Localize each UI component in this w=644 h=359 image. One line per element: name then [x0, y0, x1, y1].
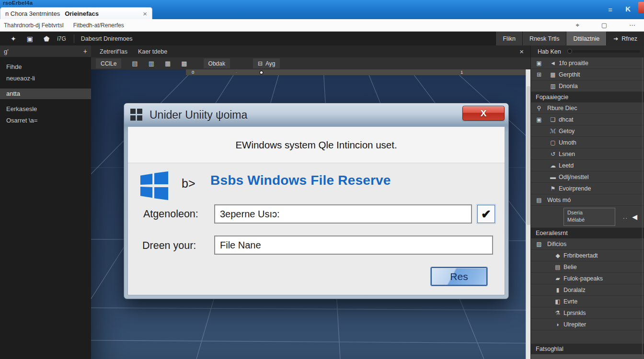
dialog-content: EWindows system Qle Intincion uset. b> B… [127, 126, 505, 295]
slider-knob[interactable] [567, 49, 572, 54]
scene-tab-2[interactable]: Kaer tdebe [136, 47, 169, 56]
half-circle-icon: ◗ [552, 321, 564, 328]
inspector-subrow[interactable]: ▤ Belie [531, 261, 644, 273]
bird-icon[interactable]: ✦ [11, 35, 16, 43]
inspector-subrow[interactable]: ▮ Doralalz [531, 284, 644, 296]
inspector-row[interactable]: ⚲ Rbure Diec [531, 102, 644, 114]
scene-button-ayg[interactable]: ⊟ Ayg [253, 58, 280, 68]
close-x-icon: X [481, 108, 487, 119]
ruler-one-label: 1 [460, 69, 463, 75]
arrow-right-icon: ➔ [613, 35, 618, 42]
check-icon: ✔ [481, 207, 491, 221]
pentagon-icon[interactable]: ⬟ [44, 35, 49, 43]
app-window: rsoErbel4a = K n Chora 3entrnintes Oriei… [0, 0, 644, 359]
inspector-subrow[interactable]: ◧ Evrte [531, 296, 644, 307]
vertical-scrollbar[interactable] [526, 69, 530, 359]
more-icon[interactable]: ⋯ [629, 22, 635, 29]
inspector-subrow[interactable]: ◗ Ulrepiter [531, 319, 644, 330]
arrow-left-icon[interactable]: ◀ [632, 213, 637, 221]
row-label: Evoirprende [559, 185, 591, 192]
document-icon: ❏ [547, 116, 559, 123]
data-box[interactable]: Dseria Mélabé [564, 208, 615, 226]
toolbar-menu-text[interactable]: Dabesrt Dniremoes [81, 35, 133, 42]
toolbar-button-dttilaztnie[interactable]: Dttilaztnie [566, 32, 606, 45]
inspector-slider[interactable] [567, 50, 640, 53]
dialog-heading: Bsbs Windows File Reserve [210, 173, 391, 188]
field1-input[interactable] [214, 204, 472, 224]
checkbox-icon[interactable]: ▣ [531, 116, 547, 123]
ruler-knob[interactable] [259, 70, 264, 75]
scene-tab-1[interactable]: Zetrerif'las [98, 47, 129, 56]
close-window-button[interactable] [638, 2, 644, 13]
table-icon[interactable]: ▩ [181, 60, 187, 67]
address-bar[interactable]: Thahrdnorb-dj Febtvrtsl Fitbedh-at/Rener… [0, 19, 644, 32]
inspector-row[interactable]: ⚑ Evoirprende [531, 183, 644, 194]
inspector-row-dificios[interactable]: ▨ Dificios [531, 238, 644, 250]
sidebar-item-eerkasesle[interactable]: Eerkasesle [0, 104, 91, 114]
inspector-row[interactable]: ▬ Odlj/nesttel [531, 171, 644, 183]
inspector-subrow[interactable]: ⚗ Lprsnkls [531, 307, 644, 319]
frame-tool-icon[interactable]: ▣ [27, 35, 33, 43]
window-title: rsoErbel4a [3, 0, 33, 6]
inspector-row[interactable]: ▣ ◄ 1fo proaitle [531, 57, 644, 69]
windows-logo-blue-icon [139, 171, 169, 201]
half-box-icon: ◧ [552, 298, 564, 305]
minimize-icon[interactable]: = [608, 6, 612, 14]
dialog-checkbox[interactable]: ✔ [477, 205, 495, 223]
inspector-row[interactable]: ▣ ❏ dhcat [531, 114, 644, 125]
inspector-subrow[interactable]: ▰ Fulok-papeaks [531, 273, 644, 284]
inspector-row[interactable]: ↺ Lsnen [531, 148, 644, 160]
dialog-close-button[interactable]: X [462, 106, 505, 121]
browser-tab[interactable]: n Chora 3entrnintes Orieinefacs × [0, 7, 152, 19]
dialog-mark: b> [182, 177, 196, 191]
inspector-row[interactable]: ℳ Getoy [531, 125, 644, 137]
toolbar-button-rnesk[interactable]: Rnesk Trtls [522, 32, 566, 45]
field2-input[interactable] [214, 236, 493, 255]
row-label: Wots mó [547, 197, 571, 203]
dialog-titlebar[interactable]: Unider Uniity ψoima [124, 103, 508, 126]
pin-icon[interactable]: ⌖ [575, 22, 579, 29]
page-icon[interactable]: ▤ [132, 60, 138, 67]
field1-label: Atgenoleon: [143, 208, 198, 220]
sidebar-item-osarret[interactable]: Osarret \a= [0, 115, 91, 126]
toolbar-button-rfnez[interactable]: ➔ Rfnez [606, 32, 644, 45]
tab-close-icon[interactable]: × [143, 10, 147, 18]
tab-label-secondary: Orieinefacs [65, 10, 99, 17]
inspector-title: Hab Ken [538, 48, 561, 55]
inspector-row[interactable]: ⊞ ▩ Gerpthlt [531, 69, 644, 80]
package-icon[interactable]: ▦ [165, 60, 171, 67]
sidebar-gap [0, 85, 91, 88]
add-icon[interactable]: + [83, 47, 87, 55]
field2-label: Dreen your: [142, 240, 196, 252]
row-label: Leetd [559, 162, 574, 169]
section-header-fopaaiegcie: Fopaaiegcie [531, 92, 644, 102]
list-icon: ▤ [531, 197, 547, 203]
toolbar-divider [74, 34, 74, 43]
scrollbar-thumb[interactable] [527, 86, 530, 225]
dots-icon[interactable]: .. [623, 213, 628, 220]
sidebar-item-neueaozli[interactable]: neueaoz-li [0, 73, 91, 84]
inspector-row[interactable]: ☁ Leetd [531, 160, 644, 171]
inspector-row[interactable]: ▥ Dnonla [531, 80, 644, 92]
window-k-icon[interactable]: K [625, 5, 631, 13]
row-label: Umoth [559, 139, 576, 146]
printer-icon[interactable]: ▥ [149, 60, 154, 67]
databox-line2: Mélabé [567, 216, 611, 224]
scene-close-icon[interactable]: × [519, 47, 524, 56]
panel-edge-line [642, 57, 643, 359]
dialog-res-button[interactable]: Res [431, 267, 487, 286]
sidebar-item-fihde[interactable]: Fihde [0, 62, 91, 72]
scene-button-obdak[interactable]: Obdak [204, 58, 230, 68]
inspector-subrow[interactable]: ◆ Frbribeertadt [531, 250, 644, 261]
inspector-row[interactable]: ▢ Umoth [531, 137, 644, 148]
scene-toolbar: CClLe ▤ ▥ ▦ ▩ Obdak ⊟ Ayg [91, 57, 530, 69]
inspector-row-wots[interactable]: ▤ Wots mó [531, 194, 644, 206]
toolbar-button-flikn[interactable]: Flikn [495, 32, 522, 45]
frame-icon[interactable]: ▢ [601, 22, 607, 29]
row-label: Dnonla [559, 83, 578, 90]
scene-button-cclle[interactable]: CClLe [96, 58, 121, 68]
scene-tab-bar: Zetrerif'las Kaer tdebe × [91, 45, 530, 57]
sidebar-item-antta-selected[interactable]: antta [0, 89, 91, 99]
tab-label: n Chora 3entrnintes [5, 10, 60, 17]
timeline-ruler[interactable]: 0 · 1 t [186, 69, 530, 75]
